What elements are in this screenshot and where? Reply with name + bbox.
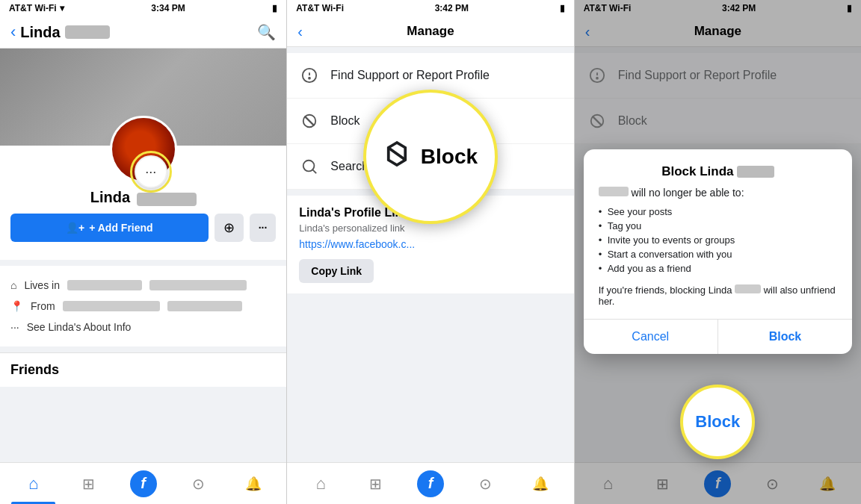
location-icon: 📍 [10, 300, 23, 312]
ellipsis-icon: ··· [145, 164, 156, 180]
facebook-tab-logo: f [130, 470, 157, 497]
more-icon: ··· [259, 222, 268, 234]
store-tab-icon-2: ⊞ [369, 475, 382, 493]
sub-blurred [599, 187, 629, 196]
block-confirm-button[interactable]: Block [718, 320, 852, 354]
name-blurred [137, 193, 197, 206]
block-zoom-overlay: Block [363, 90, 498, 224]
block-zoom-label: Block [695, 412, 740, 432]
tab-home-1[interactable]: ⌂ [6, 463, 61, 504]
block-dialog-note: If you're friends, blocking Linda will a… [599, 284, 837, 307]
tab-notifications-1[interactable]: 🔔 [226, 463, 280, 504]
groups-tab-icon-2: ⊙ [479, 475, 492, 493]
profile-name-row: Linda [10, 189, 276, 206]
block-list-item-1: See your posts [599, 205, 837, 219]
home-tab-icon-2: ⌂ [315, 474, 325, 494]
profile-link-url: https://www.facebook.c... [299, 238, 561, 250]
friends-heading: Friends [10, 362, 59, 377]
tab-store-2[interactable]: ⊞ [348, 463, 403, 504]
tab-facebook-1[interactable]: f [116, 463, 170, 504]
name-blurred-nav [65, 25, 110, 39]
block-dialog-title-text: Block Linda [661, 164, 733, 179]
block-dialog: Block Linda will no longer be able to: S… [584, 149, 852, 354]
from-value [63, 301, 160, 311]
svg-line-4 [305, 116, 315, 126]
profile-name: Linda [90, 189, 130, 205]
svg-point-2 [309, 78, 310, 79]
search-profile-icon [299, 156, 320, 177]
manage-title: Manage [407, 24, 454, 39]
carrier-1: AT&T Wi-Fi [9, 3, 57, 13]
avatar-wrap: ··· [10, 116, 276, 183]
from-label: From [31, 300, 55, 312]
nav-bar-1: ‹ Linda 🔍 [0, 16, 286, 49]
profile-nav-title: Linda [20, 24, 60, 41]
messenger-button[interactable]: ⊕ [215, 214, 244, 242]
from-row: 📍 From [10, 296, 276, 317]
report-icon [299, 65, 320, 86]
cancel-button[interactable]: Cancel [584, 320, 718, 354]
block-list-item-4: Start a conversation with you [599, 247, 837, 261]
tab-groups-1[interactable]: ⊙ [170, 463, 225, 504]
wifi-icon: ▾ [60, 3, 64, 13]
tab-home-2[interactable]: ⌂ [293, 463, 348, 504]
panel-profile: AT&T Wi-Fi ▾ 3:34 PM ▮ ‹ Linda 🔍 ··· [0, 0, 287, 504]
tab-store-1[interactable]: ⊞ [61, 463, 115, 504]
block-list-item-2: Tag you [599, 219, 837, 233]
title-blurred [737, 166, 774, 178]
carrier-2: AT&T Wi-Fi [296, 3, 344, 13]
status-left-2: AT&T Wi-Fi [296, 3, 344, 13]
nav-left-1: ‹ Linda [10, 22, 110, 42]
about-label: See Linda's About Info [27, 321, 132, 333]
manage-nav: ‹ Manage [287, 16, 573, 47]
profile-info: ⌂ Lives in 📍 From ··· See Linda's About … [0, 266, 286, 346]
block-label: Block [330, 114, 359, 128]
lives-in-row: ⌂ Lives in [10, 275, 276, 296]
profile-section: ··· Linda 👤+ + Add Friend ⊕ ··· [0, 146, 286, 260]
lives-in-value [67, 280, 142, 290]
time-2: 3:42 PM [435, 3, 469, 13]
from-value2 [167, 301, 242, 311]
status-bar-2: AT&T Wi-Fi 3:42 PM ▮ [287, 0, 573, 16]
block-icon [299, 111, 320, 131]
ellipsis-icon-2: ··· [10, 321, 19, 333]
report-label: Find Support or Report Profile [330, 69, 490, 82]
profile-link-subtitle: Linda's personalized link [299, 223, 561, 234]
panel-manage: AT&T Wi-Fi 3:42 PM ▮ ‹ Manage Find Suppo… [287, 0, 574, 504]
block-list-item-5: Add you as a friend [599, 261, 837, 276]
svg-line-6 [312, 169, 316, 173]
tab-bar-2: ⌂ ⊞ f ⊙ 🔔 [287, 462, 573, 504]
lives-in-label: Lives in [24, 279, 59, 291]
battery-icon-1: ▮ [272, 3, 277, 13]
more-options-button[interactable]: ··· [135, 155, 167, 188]
add-friend-button[interactable]: 👤+ + Add Friend [10, 214, 209, 242]
copy-link-button[interactable]: Copy Link [299, 259, 374, 283]
manage-back-button[interactable]: ‹ [297, 23, 303, 40]
zoom-block-text: Block [421, 145, 478, 169]
block-dialog-sub-text: will no longer be able to: [632, 187, 744, 199]
block-list: See your posts Tag you Invite you to eve… [599, 205, 837, 276]
search-button-1[interactable]: 🔍 [257, 23, 276, 41]
tab-facebook-2[interactable]: f [403, 463, 457, 504]
zoom-block-icon [383, 140, 410, 173]
add-friend-icon: 👤+ [66, 222, 84, 234]
facebook-tab-logo-2: f [417, 470, 444, 497]
about-row[interactable]: ··· See Linda's About Info [10, 317, 276, 337]
status-left: AT&T Wi-Fi ▾ [9, 3, 64, 13]
note-text-1: If you're friends, blocking Linda [599, 284, 732, 296]
notifications-tab-icon-2: 🔔 [532, 476, 549, 492]
tab-notifications-2[interactable]: 🔔 [513, 463, 567, 504]
tab-bar-1: ⌂ ⊞ f ⊙ 🔔 [0, 462, 286, 504]
battery-icon-2: ▮ [560, 3, 565, 13]
back-button-1[interactable]: ‹ [10, 22, 16, 42]
action-buttons: 👤+ + Add Friend ⊕ ··· [10, 214, 276, 242]
add-friend-label: + Add Friend [89, 222, 152, 234]
block-dialog-title: Block Linda [599, 164, 837, 179]
time-1: 3:34 PM [151, 3, 185, 13]
status-right-2: ▮ [560, 3, 565, 13]
tab-groups-2[interactable]: ⊙ [458, 463, 513, 504]
groups-tab-icon: ⊙ [192, 475, 205, 493]
store-tab-icon: ⊞ [82, 475, 95, 493]
more-button[interactable]: ··· [250, 214, 277, 242]
block-dialog-actions: Cancel Block [584, 319, 852, 354]
